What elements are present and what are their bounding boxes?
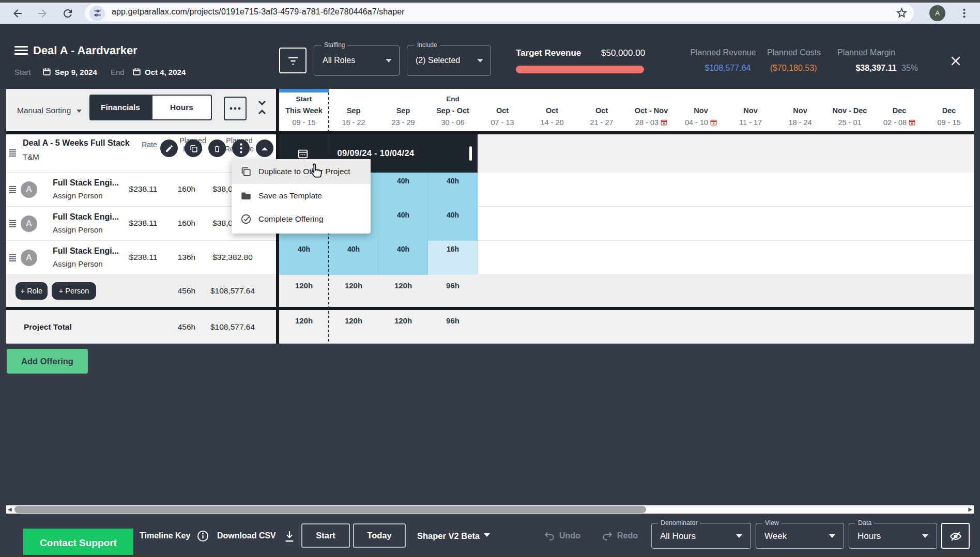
timeline-col-month: Oct (577, 106, 626, 115)
scroll-left-icon[interactable]: ◀ (8, 506, 12, 512)
bookmark-star-icon[interactable] (895, 7, 908, 20)
scrollbar-thumb[interactable] (14, 506, 646, 513)
end-date[interactable]: Oct 4, 2024 (145, 68, 186, 76)
role-rate: $238.11 (122, 219, 164, 228)
allocation-cell[interactable]: 40h (378, 241, 428, 275)
include-value: (2) Selected (416, 56, 460, 65)
browser-avatar[interactable]: A (929, 5, 945, 21)
avatar[interactable]: A (21, 215, 37, 232)
shaper-version-dropdown[interactable]: Shaper V2 Beta (417, 531, 480, 541)
timeline-col-dates: 30 - 06 (428, 118, 478, 127)
collapse-icon[interactable] (257, 99, 267, 116)
tab-financials[interactable]: Financials (89, 95, 151, 120)
edit-button[interactable] (160, 140, 178, 157)
allocation-hours: 40h (378, 245, 428, 253)
assign-person-link[interactable]: Assign Person (53, 259, 103, 268)
close-icon[interactable] (949, 54, 962, 68)
timeline-col-month: Nov (775, 106, 825, 115)
scroll-right-icon[interactable]: ▶ (968, 506, 972, 512)
collapse-offering-button[interactable] (256, 140, 273, 157)
redo-label[interactable]: Redo (617, 531, 638, 540)
menu-item-save-template[interactable]: Save as Template (232, 184, 371, 207)
avatar[interactable]: A (21, 250, 37, 266)
undo-icon[interactable] (544, 530, 555, 541)
include-select[interactable]: Include (2) Selected (407, 45, 491, 76)
timeline-column: Oct21 - 27 (577, 89, 626, 131)
timeline-column: Nov04 - 10 (676, 89, 726, 131)
more-options-button[interactable] (224, 97, 247, 120)
timeline-col-tag: End (428, 95, 478, 103)
staffing-select[interactable]: Staffing All Roles (314, 45, 400, 76)
download-icon[interactable] (284, 530, 295, 543)
allocation-cell[interactable]: 40h (329, 241, 378, 275)
info-icon[interactable] (197, 530, 209, 542)
assign-person-link[interactable]: Assign Person (53, 191, 103, 200)
undo-label[interactable]: Undo (559, 531, 580, 540)
drag-handle-icon[interactable] (9, 253, 16, 262)
drag-handle-icon[interactable] (9, 148, 16, 158)
allocation-hours: 40h (428, 177, 478, 185)
timeline-col-month: Dec (875, 106, 924, 115)
add-offering-button[interactable]: Add Offering (7, 349, 88, 374)
view-value: Week (764, 531, 787, 541)
view-select[interactable]: View Week (756, 523, 844, 549)
calendar-icon (42, 67, 51, 76)
role-row[interactable]: A Full Stack Engi... Assign Person $238.… (6, 241, 276, 275)
delete-button[interactable] (208, 140, 226, 157)
resize-handle[interactable] (469, 146, 472, 161)
add-person-button[interactable]: + Person (52, 282, 96, 300)
tune-glyph (93, 9, 102, 18)
reload-icon[interactable] (62, 7, 74, 20)
forward-icon[interactable] (36, 7, 49, 20)
role-rate: $238.11 (122, 253, 164, 262)
data-select[interactable]: Data Hours (849, 523, 937, 549)
allocation-cell[interactable]: 40h (428, 173, 478, 207)
denominator-select[interactable]: Denominator All Hours (651, 523, 751, 549)
allocation-cell[interactable]: 40h (279, 241, 329, 275)
allocation-cell[interactable]: 40h (428, 207, 478, 241)
sort-dropdown[interactable]: Manual Sorting (17, 106, 71, 115)
back-icon[interactable] (11, 7, 24, 20)
add-role-button[interactable]: + Role (16, 282, 48, 300)
cursor-hand-icon (307, 163, 324, 182)
context-menu: Duplicate to Other Project Save as Templ… (232, 159, 371, 234)
planned-costs-label: Planned Costs (765, 48, 823, 57)
role-revenue: $32,382.80 (209, 253, 256, 262)
allocation-hours: 40h (279, 245, 329, 253)
chevron-down-icon (484, 533, 490, 537)
project-total-hours: 456h (166, 322, 207, 332)
role-name: Full Stack Engi... (53, 178, 119, 188)
horizontal-scrollbar[interactable]: ◀ ▶ (6, 505, 974, 514)
allocation-cell[interactable]: 16h (428, 241, 478, 275)
menu-item-complete[interactable]: Complete Offering (232, 207, 371, 230)
kebab-menu-button[interactable] (232, 140, 250, 157)
drag-handle-icon[interactable] (9, 185, 16, 194)
allocation-cell[interactable]: 40h (378, 173, 428, 207)
start-button[interactable]: Start (301, 523, 350, 548)
download-csv-label[interactable]: Download CSV (217, 531, 276, 540)
menu-icon[interactable] (14, 44, 28, 57)
project-total-revenue: $108,577.64 (209, 322, 256, 332)
redo-icon[interactable] (602, 530, 613, 541)
role-hours: 160h (166, 219, 207, 228)
hide-toggle-button[interactable] (941, 523, 970, 549)
filter-button[interactable] (279, 48, 307, 73)
avatar[interactable]: A (21, 181, 37, 198)
menu-item-duplicate[interactable]: Duplicate to Other Project (232, 159, 371, 184)
menu-item-label: Complete Offering (258, 214, 324, 224)
assign-person-link[interactable]: Assign Person (53, 225, 103, 234)
copy-icon (240, 166, 252, 177)
contact-support-button[interactable]: Contact Support (23, 529, 133, 557)
timeline-key-label[interactable]: Timeline Key (140, 531, 190, 540)
allocation-hours: 16h (428, 245, 478, 253)
duplicate-button[interactable] (185, 140, 202, 157)
today-button[interactable]: Today (353, 523, 406, 548)
start-date[interactable]: Sep 9, 2024 (55, 68, 97, 76)
tab-hours[interactable]: Hours (151, 95, 212, 120)
allocation-cell[interactable]: 40h (378, 207, 428, 241)
kebab-icon (240, 143, 242, 153)
planned-margin-value: $38,397.11 (853, 64, 899, 73)
drag-handle-icon[interactable] (9, 219, 16, 228)
project-total-row: Project Total 456h $108,577.64 (6, 310, 276, 344)
browser-menu-icon[interactable] (958, 7, 971, 20)
